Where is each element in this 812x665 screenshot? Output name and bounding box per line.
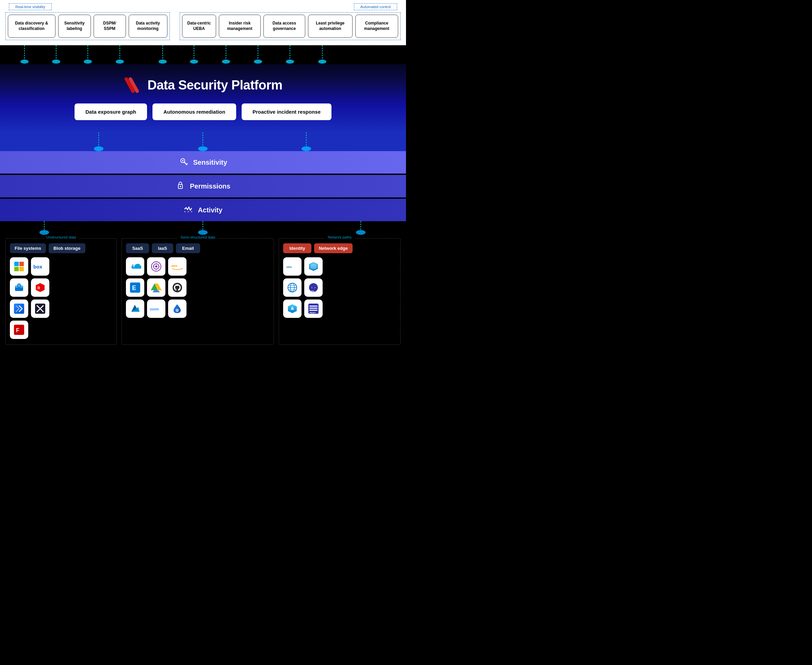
network-edge-btn[interactable]: Network edge bbox=[314, 243, 353, 253]
exposure-graph-button[interactable]: Data exposure graph bbox=[75, 103, 147, 120]
svg-point-31 bbox=[180, 186, 181, 187]
svg-point-12 bbox=[84, 59, 92, 64]
bottom-connector-area bbox=[0, 221, 406, 235]
unstructured-data-label: Unstructured data bbox=[44, 235, 79, 239]
azure-iaas-icon-box bbox=[126, 300, 144, 318]
purview-icon-box bbox=[147, 257, 165, 276]
top-labels-row: Real-time visibility Automated control bbox=[5, 3, 401, 10]
rubrik-icon-box: R bbox=[31, 278, 49, 297]
svg-point-49 bbox=[18, 284, 20, 287]
iaas-btn[interactable]: IaaS bbox=[152, 243, 173, 253]
svg-point-11 bbox=[52, 59, 60, 64]
real-time-visibility-label: Real-time visibility bbox=[9, 3, 52, 10]
svg-point-23 bbox=[94, 146, 103, 151]
svg-rect-87 bbox=[309, 306, 318, 306]
top-section: Real-time visibility Automated control D… bbox=[0, 0, 406, 45]
platform-section: Data Security Platform Data exposure gra… bbox=[0, 64, 406, 133]
semi-categories: SaaS IaaS Email bbox=[126, 243, 270, 253]
vpn-icon-box: VPN bbox=[304, 278, 323, 297]
sensitivity-layer: Sensitivity bbox=[0, 151, 406, 174]
ms-fabric-icon-box: F bbox=[10, 321, 28, 339]
github-icon-box bbox=[168, 278, 187, 297]
file-systems-btn[interactable]: File systems bbox=[10, 243, 46, 253]
svg-point-15 bbox=[190, 59, 198, 64]
card-dspm[interactable]: DSPM/ SSPM bbox=[93, 15, 126, 38]
top-connector-area bbox=[0, 45, 406, 64]
salesforce-icon-box bbox=[126, 257, 144, 276]
svg-point-18 bbox=[286, 59, 294, 64]
semi-structured-group: Semi-structured data SaaS IaaS Email bbox=[121, 238, 274, 345]
card-data-centric[interactable]: Data-centric UEBA bbox=[182, 15, 216, 38]
card-sensitivity-labeling[interactable]: Sensitivity labeling bbox=[58, 15, 91, 38]
azure-ad-icon-box bbox=[304, 257, 323, 276]
network-categories: Identity Network edge bbox=[283, 243, 396, 253]
svg-text:R: R bbox=[38, 286, 40, 290]
svg-text:VPN: VPN bbox=[311, 290, 314, 292]
proactive-incident-button[interactable]: Proactive incident response bbox=[242, 103, 331, 120]
activity-icon bbox=[183, 204, 193, 216]
automated-control-label: Automated control bbox=[354, 3, 397, 10]
svg-rect-43 bbox=[14, 267, 19, 271]
svg-point-34 bbox=[191, 211, 192, 212]
svg-rect-41 bbox=[14, 262, 19, 266]
card-least-privilege[interactable]: Least privilege automation bbox=[308, 15, 353, 38]
svg-text:PROXY: PROXY bbox=[310, 312, 316, 314]
permissions-layer: Permissions bbox=[0, 175, 406, 197]
autonomous-remediation-button[interactable]: Autonomous remediation bbox=[152, 103, 236, 120]
permissions-icon bbox=[175, 180, 185, 192]
svg-text:DNS: DNS bbox=[290, 290, 293, 292]
permissions-label: Permissions bbox=[190, 182, 231, 190]
svg-text:okta: okta bbox=[286, 265, 292, 269]
svg-point-25 bbox=[301, 146, 311, 151]
svg-text:box: box bbox=[33, 264, 43, 270]
svg-text:aws: aws bbox=[172, 264, 178, 267]
activity-label: Activity bbox=[198, 206, 222, 214]
svg-rect-44 bbox=[20, 267, 24, 271]
azure-storage-icon-box bbox=[10, 278, 28, 297]
sensitivity-label: Sensitivity bbox=[193, 159, 227, 166]
svg-point-39 bbox=[198, 230, 208, 235]
svg-point-32 bbox=[184, 211, 185, 212]
platform-header: Data Security Platform bbox=[14, 76, 392, 94]
crossbeam-icon-box bbox=[31, 300, 49, 318]
platform-buttons: Data exposure graph Autonomous remediati… bbox=[14, 103, 392, 120]
svg-rect-89 bbox=[309, 310, 318, 311]
layers-section: Sensitivity Permissions bbox=[0, 151, 406, 221]
blob-storage-btn[interactable]: Blob storage bbox=[49, 243, 85, 253]
network-paths-label: Network paths bbox=[325, 235, 354, 239]
zoom-icon-box: zoom bbox=[147, 300, 165, 318]
main-container: Real-time visibility Automated control D… bbox=[0, 0, 406, 355]
card-data-activity[interactable]: Data activity monitoring bbox=[129, 15, 167, 38]
card-compliance[interactable]: Compliance management bbox=[355, 15, 398, 38]
svg-rect-42 bbox=[20, 262, 24, 266]
svg-marker-69 bbox=[152, 290, 160, 292]
svg-point-83 bbox=[312, 286, 315, 289]
svg-point-72 bbox=[175, 309, 179, 312]
capability-cards-row: Data discovery & classification Sensitiv… bbox=[5, 12, 401, 45]
svg-point-19 bbox=[318, 59, 326, 64]
svg-point-38 bbox=[39, 230, 49, 235]
svg-point-14 bbox=[159, 59, 167, 64]
windows-icon-box bbox=[10, 257, 28, 276]
box-icon-box: box bbox=[31, 257, 49, 276]
svg-point-13 bbox=[116, 59, 124, 64]
semi-structured-label: Semi-structured data bbox=[178, 235, 218, 239]
dns-icon-box: DNS bbox=[283, 278, 301, 297]
unstructured-categories: File systems Blob storage bbox=[10, 243, 112, 253]
left-dashed-group: Data discovery & classification Sensitiv… bbox=[5, 12, 170, 40]
card-insider-risk[interactable]: Insider risk management bbox=[219, 15, 261, 38]
svg-text:zoom: zoom bbox=[150, 307, 159, 311]
identity-btn[interactable]: Identity bbox=[283, 243, 311, 253]
email-btn[interactable]: Email bbox=[176, 243, 200, 253]
atlassian-icon-box bbox=[168, 300, 187, 318]
unstructured-icons: box R bbox=[10, 257, 112, 339]
semi-icons: aws E bbox=[126, 257, 270, 318]
card-data-discovery[interactable]: Data discovery & classification bbox=[8, 15, 56, 38]
sensitivity-icon bbox=[178, 157, 188, 168]
saas-btn[interactable]: SaaS bbox=[126, 243, 149, 253]
card-data-access[interactable]: Data access governance bbox=[264, 15, 305, 38]
activity-layer: Activity bbox=[0, 199, 406, 221]
bottom-section: Unstructured data File systems Blob stor… bbox=[0, 235, 406, 355]
svg-point-27 bbox=[182, 160, 183, 161]
bottom-connector-svg bbox=[0, 221, 406, 235]
